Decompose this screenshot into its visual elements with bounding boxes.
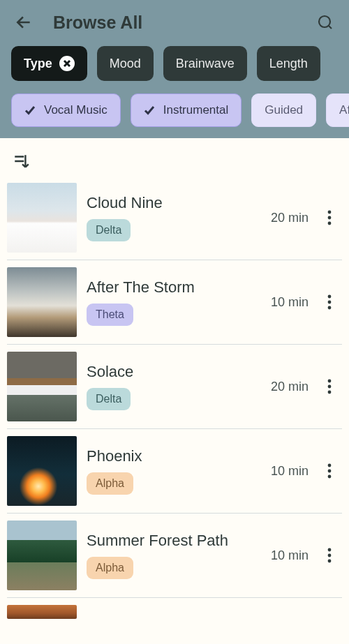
type-chip-label: Instrumental xyxy=(163,103,229,117)
track-info: Solace Delta xyxy=(77,363,271,410)
track-thumbnail[interactable] xyxy=(7,521,77,590)
svg-point-7 xyxy=(328,380,332,383)
track-duration: 20 min xyxy=(271,380,309,394)
search-icon xyxy=(317,14,334,31)
clear-type-filter[interactable] xyxy=(59,56,75,71)
track-thumbnail[interactable] xyxy=(7,436,77,506)
track-row[interactable]: Cloud Nine Delta 20 min xyxy=(7,176,342,260)
svg-point-2 xyxy=(328,216,332,220)
svg-point-10 xyxy=(328,464,332,467)
track-meta: 20 min xyxy=(271,376,342,397)
svg-point-3 xyxy=(328,222,332,225)
svg-point-13 xyxy=(328,548,332,552)
svg-point-12 xyxy=(328,475,332,479)
track-thumbnail[interactable] xyxy=(7,605,77,619)
svg-point-4 xyxy=(328,295,332,299)
track-title: Summer Forest Path xyxy=(87,532,261,550)
filter-chip-label: Type xyxy=(24,57,52,71)
track-info: Cloud Nine Delta xyxy=(77,194,271,241)
more-button[interactable] xyxy=(321,545,338,566)
track-duration: 20 min xyxy=(271,211,309,225)
brainwave-tag: Delta xyxy=(87,219,131,241)
track-info: Phoenix Alpha xyxy=(77,447,271,495)
content-region: Cloud Nine Delta 20 min After The Storm … xyxy=(0,138,349,619)
svg-point-11 xyxy=(328,470,332,473)
sort-button[interactable] xyxy=(11,151,32,172)
page-title: Browse All xyxy=(53,13,142,33)
svg-point-9 xyxy=(328,391,332,394)
svg-point-14 xyxy=(328,554,332,557)
type-chip-guided[interactable]: Guided xyxy=(251,93,316,127)
track-info: After The Storm Theta xyxy=(77,278,271,326)
filter-chip-length[interactable]: Length xyxy=(257,46,320,81)
more-vertical-icon xyxy=(327,294,332,310)
track-title: After The Storm xyxy=(87,278,261,297)
more-vertical-icon xyxy=(327,548,332,563)
track-meta: 10 min xyxy=(271,545,342,566)
filter-chip-label: Brainwave xyxy=(176,57,235,71)
filter-type-row[interactable]: Vocal Music Instrumental Guided Affirmat… xyxy=(0,81,349,127)
track-info: Summer Forest Path Alpha xyxy=(77,532,271,579)
check-icon xyxy=(24,105,36,116)
brainwave-tag: Theta xyxy=(87,304,133,326)
brainwave-tag: Alpha xyxy=(87,557,133,579)
filter-chip-label: Mood xyxy=(110,57,141,71)
track-row[interactable]: Phoenix Alpha 10 min xyxy=(7,429,342,514)
svg-point-5 xyxy=(328,301,332,304)
check-icon xyxy=(144,105,155,116)
track-duration: 10 min xyxy=(271,464,309,479)
track-row[interactable] xyxy=(7,598,342,619)
filter-chip-mood[interactable]: Mood xyxy=(97,46,154,81)
svg-point-1 xyxy=(328,211,332,214)
svg-point-15 xyxy=(328,560,332,563)
search-button[interactable] xyxy=(313,10,338,35)
track-duration: 10 min xyxy=(271,295,309,310)
more-vertical-icon xyxy=(327,379,332,394)
track-title: Cloud Nine xyxy=(87,194,261,212)
brainwave-tag: Delta xyxy=(87,388,131,410)
more-vertical-icon xyxy=(327,463,332,479)
more-button[interactable] xyxy=(321,292,338,313)
svg-point-6 xyxy=(328,306,332,310)
svg-point-8 xyxy=(328,385,332,389)
more-button[interactable] xyxy=(321,460,338,481)
track-title: Solace xyxy=(87,363,261,381)
header-region: Browse All Type Mood Brainwave Length Vo… xyxy=(0,0,349,138)
type-chip-instrumental[interactable]: Instrumental xyxy=(131,93,242,127)
filter-chip-label: Length xyxy=(269,57,308,71)
brainwave-tag: Alpha xyxy=(87,472,133,495)
track-thumbnail[interactable] xyxy=(7,352,77,421)
track-duration: 10 min xyxy=(271,548,309,563)
type-chip-label: Guided xyxy=(265,103,303,117)
filter-chip-brainwave[interactable]: Brainwave xyxy=(163,46,247,81)
sort-row xyxy=(0,138,349,176)
close-icon xyxy=(63,59,71,68)
svg-point-0 xyxy=(319,16,330,27)
track-meta: 20 min xyxy=(271,207,342,228)
back-button[interactable] xyxy=(11,10,36,35)
more-button[interactable] xyxy=(321,207,338,228)
filter-category-row: Type Mood Brainwave Length xyxy=(0,42,349,81)
type-chip-affirmations[interactable]: Affirmations xyxy=(326,93,349,127)
arrow-left-icon xyxy=(15,13,33,31)
type-chip-vocal-music[interactable]: Vocal Music xyxy=(11,93,121,127)
type-chip-label: Vocal Music xyxy=(44,103,107,117)
track-row[interactable]: After The Storm Theta 10 min xyxy=(7,260,342,345)
track-row[interactable]: Summer Forest Path Alpha 10 min xyxy=(7,514,342,598)
track-meta: 10 min xyxy=(271,460,342,481)
track-row[interactable]: Solace Delta 20 min xyxy=(7,345,342,429)
filter-chip-type[interactable]: Type xyxy=(11,46,87,81)
track-meta: 10 min xyxy=(271,292,342,313)
track-thumbnail[interactable] xyxy=(7,183,77,253)
track-title: Phoenix xyxy=(87,447,261,465)
track-list[interactable]: Cloud Nine Delta 20 min After The Storm … xyxy=(0,176,349,619)
more-vertical-icon xyxy=(327,210,332,225)
top-bar: Browse All xyxy=(0,0,349,42)
track-thumbnail[interactable] xyxy=(7,267,77,337)
sort-icon xyxy=(13,152,31,170)
type-chip-label: Affirmations xyxy=(339,103,349,117)
more-button[interactable] xyxy=(321,376,338,397)
